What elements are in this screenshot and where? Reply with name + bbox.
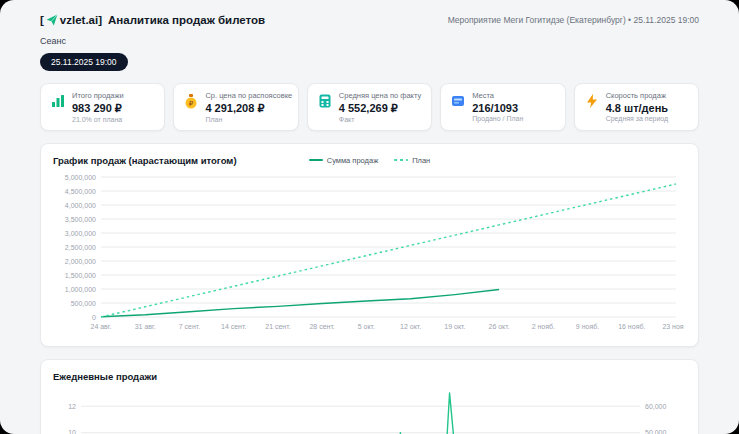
title-bracket: [ (40, 14, 44, 26)
kpi-sub: Средняя за период (606, 115, 669, 122)
svg-text:500,000: 500,000 (71, 300, 96, 307)
svg-text:14 сент.: 14 сент. (221, 323, 246, 330)
legend-label: План (412, 156, 430, 165)
cumulative-chart-card: График продаж (нарастающим итогом) Сумма… (40, 143, 699, 347)
svg-text:10: 10 (68, 429, 76, 434)
paper-plane-icon (46, 14, 58, 26)
svg-text:₽: ₽ (189, 100, 194, 107)
legend-item-plan[interactable]: План (394, 156, 430, 165)
bar-chart-icon (50, 93, 66, 109)
svg-text:31 авг.: 31 авг. (135, 323, 156, 330)
event-info: Мероприятие Меги Гогитидзе (Екатеринбург… (448, 15, 699, 25)
kpi-label: Ср. цена по распоясовке (205, 91, 288, 100)
svg-text:2 нояб.: 2 нояб. (532, 323, 555, 330)
kpi-value: 4 291,208 ₽ (205, 102, 288, 115)
kpi-card-avg-price-fact: Средняя цена по факту 4 552,269 ₽ Факт (307, 83, 432, 131)
legend-line-solid (309, 159, 323, 161)
svg-text:12: 12 (68, 403, 76, 410)
header: [ vzlet.ai] Аналитика продаж билетов Мер… (40, 14, 699, 26)
svg-text:3,500,000: 3,500,000 (65, 216, 96, 223)
chart-title: Ежедневные продажи (53, 371, 157, 382)
seats-icon (450, 93, 466, 109)
svg-text:5 окт.: 5 окт. (358, 323, 375, 330)
kpi-body: Средняя цена по факту 4 552,269 ₽ Факт (339, 91, 421, 123)
kpi-card-total-sales: Итого продажи 983 290 ₽ 21.0% от плана (40, 83, 165, 131)
legend-item-sales[interactable]: Сумма продаж (309, 156, 378, 165)
kpi-sub: Факт (339, 116, 421, 123)
kpi-label: Итого продажи (72, 91, 124, 100)
svg-text:50,000: 50,000 (645, 429, 667, 434)
kpi-sub: 21.0% от плана (72, 116, 124, 123)
kpi-row: Итого продажи 983 290 ₽ 21.0% от плана ₽… (40, 83, 699, 131)
session-pill[interactable]: 25.11.2025 19:00 (40, 53, 128, 71)
kpi-value: 983 290 ₽ (72, 102, 124, 115)
session-block: Сеанс 25.11.2025 19:00 (40, 36, 699, 71)
kpi-body: Места 216/1093 Продано / План (472, 91, 523, 122)
svg-text:3,000,000: 3,000,000 (65, 230, 96, 237)
daily-chart-card: Ежедневные продажи 024681012010,00020,00… (40, 359, 699, 434)
svg-text:26 окт.: 26 окт. (489, 323, 510, 330)
svg-text:5,000,000: 5,000,000 (65, 174, 96, 181)
svg-text:4,500,000: 4,500,000 (65, 188, 96, 195)
kpi-card-sales-speed: Скорость продаж 4.8 шт/день Средняя за п… (574, 83, 699, 131)
money-bag-icon: ₽ (183, 93, 199, 109)
svg-text:2,000,000: 2,000,000 (65, 258, 96, 265)
legend-line-dashed (394, 159, 408, 161)
kpi-value: 4.8 шт/день (606, 102, 669, 114)
svg-text:9 нояб.: 9 нояб. (576, 323, 599, 330)
svg-text:4,000,000: 4,000,000 (65, 202, 96, 209)
kpi-label: Скорость продаж (606, 91, 669, 100)
kpi-card-seats: Места 216/1093 Продано / План (440, 83, 565, 131)
kpi-card-avg-price-plan: ₽ Ср. цена по распоясовке 4 291,208 ₽ Пл… (173, 83, 298, 131)
kpi-body: Ср. цена по распоясовке 4 291,208 ₽ План (205, 91, 288, 123)
chart-head: График продаж (нарастающим итогом) Сумма… (53, 153, 686, 167)
daily-sales-chart[interactable]: 024681012010,00020,00030,00040,00050,000… (53, 385, 684, 434)
kpi-label: Места (472, 91, 523, 100)
kpi-body: Итого продажи 983 290 ₽ 21.0% от плана (72, 91, 124, 123)
brand-text: vzlet.ai] (60, 14, 102, 26)
svg-text:19 окт.: 19 окт. (444, 323, 465, 330)
kpi-body: Скорость продаж 4.8 шт/день Средняя за п… (606, 91, 669, 122)
chart-head: Ежедневные продажи (53, 369, 686, 383)
svg-text:0: 0 (92, 314, 96, 321)
svg-text:28 сент.: 28 сент. (309, 323, 334, 330)
kpi-sub: План (205, 116, 288, 123)
svg-text:2,500,000: 2,500,000 (65, 244, 96, 251)
dashboard-page: [ vzlet.ai] Аналитика продаж билетов Мер… (0, 0, 739, 434)
page-title: Аналитика продаж билетов (108, 14, 265, 26)
kpi-sub: Продано / План (472, 115, 523, 122)
svg-text:16 нояб.: 16 нояб. (618, 323, 645, 330)
svg-text:23 нояб.: 23 нояб. (662, 323, 684, 330)
svg-text:1,500,000: 1,500,000 (65, 272, 96, 279)
svg-text:7 сент.: 7 сент. (179, 323, 201, 330)
chart-legend: Сумма продаж План (53, 156, 686, 165)
kpi-value: 216/1093 (472, 102, 523, 114)
session-label: Сеанс (40, 36, 699, 46)
svg-text:1,000,000: 1,000,000 (65, 286, 96, 293)
legend-label: Сумма продаж (327, 156, 378, 165)
svg-text:60,000: 60,000 (645, 403, 667, 410)
cumulative-sales-chart[interactable]: 0500,0001,000,0001,500,0002,000,0002,500… (53, 169, 684, 337)
kpi-value: 4 552,269 ₽ (339, 102, 421, 115)
kpi-label: Средняя цена по факту (339, 91, 421, 100)
app-title: [ vzlet.ai] Аналитика продаж билетов (40, 14, 265, 26)
svg-text:24 авг.: 24 авг. (91, 323, 112, 330)
svg-text:21 сент.: 21 сент. (265, 323, 290, 330)
svg-text:12 окт.: 12 окт. (400, 323, 421, 330)
calculator-icon (317, 93, 333, 109)
lightning-icon (584, 93, 600, 109)
